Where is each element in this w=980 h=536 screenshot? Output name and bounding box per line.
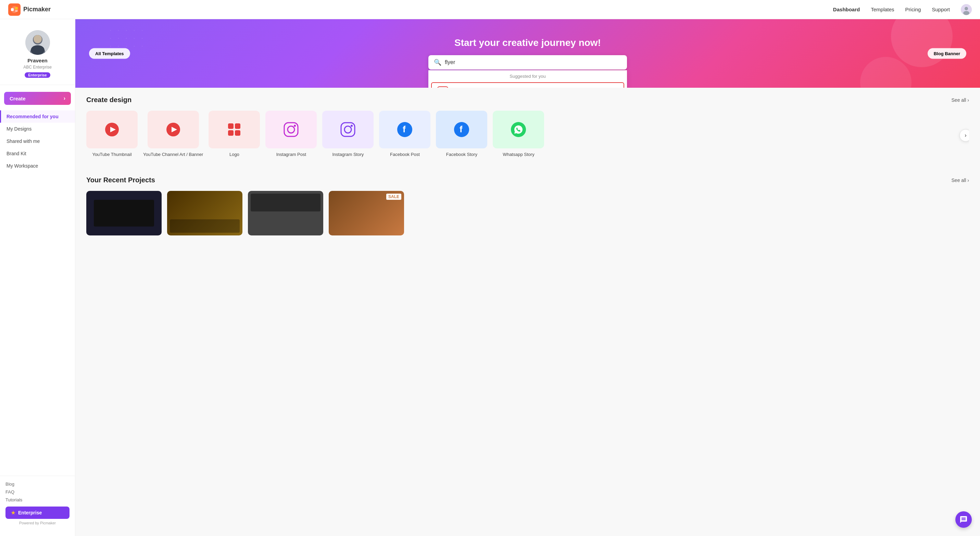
nav-logo: Picmaker [8, 3, 51, 16]
svg-rect-28 [341, 123, 355, 136]
instagram-post-icon [283, 121, 299, 138]
search-suggestion-flyer[interactable]: Flyer 210 x 297 mm [431, 82, 624, 88]
nav-support[interactable]: Support [932, 6, 950, 12]
search-dropdown: Suggested for you [428, 70, 627, 88]
user-avatar-image [25, 30, 50, 55]
sidebar-item-recommended[interactable]: Recommended for you [0, 110, 75, 123]
top-nav: Picmaker Dashboard Templates Pricing Sup… [0, 0, 980, 19]
enterprise-button[interactable]: ★ Enterprise [5, 507, 70, 519]
hero-content: Start your creative journey now! 🔍 Sugge… [428, 37, 627, 70]
star-icon: ★ [11, 510, 16, 515]
recent-projects-title: Your Recent Projects [86, 176, 155, 184]
svg-text:f: f [402, 124, 406, 134]
svg-rect-24 [235, 130, 240, 136]
user-company: ABC Enterprise [23, 65, 52, 70]
create-design-title: Create design [86, 96, 132, 104]
svg-point-29 [344, 126, 351, 133]
sidebar-footer: Blog FAQ Tutorials ★ Enterprise Powered … [0, 476, 75, 531]
svg-rect-21 [228, 123, 234, 129]
facebook-story-icon: f [453, 121, 470, 138]
create-arrow-icon: › [64, 95, 65, 101]
logo-icon [226, 121, 242, 138]
project-cards: SALE [86, 191, 969, 235]
main-layout: Praveen ABC Enterprise Enterprise Create… [0, 19, 980, 536]
app-name: Picmaker [23, 6, 51, 13]
svg-rect-2 [11, 8, 14, 11]
user-badge: Enterprise [25, 72, 50, 78]
svg-point-7 [963, 11, 969, 15]
search-input[interactable] [445, 59, 622, 65]
hero-dots: · · · · ·· · · · ·· · · · · [110, 26, 145, 50]
design-card-insta-post[interactable]: Instagram Post [266, 111, 317, 157]
user-avatar [25, 30, 50, 55]
facebook-post-icon: f [396, 121, 413, 138]
recent-projects-section: Your Recent Projects See all › [75, 168, 980, 244]
footer-faq[interactable]: FAQ [5, 490, 70, 495]
instagram-story-icon [340, 121, 356, 138]
project-card-4[interactable]: SALE [329, 191, 404, 235]
design-card-logo[interactable]: Logo [208, 111, 260, 157]
design-card-fb-post[interactable]: f Facebook Post [379, 111, 430, 157]
svg-point-6 [964, 7, 968, 10]
all-templates-button[interactable]: All Templates [89, 48, 130, 59]
svg-text:f: f [460, 124, 463, 134]
sidebar-footer-links: Blog FAQ Tutorials [5, 482, 70, 502]
nav-pricing[interactable]: Pricing [905, 6, 921, 12]
recent-projects-see-all[interactable]: See all › [951, 177, 969, 183]
create-design-header: Create design See all › [86, 96, 969, 104]
sidebar-nav: Recommended for you My Designs Shared wi… [0, 110, 75, 476]
design-card-whatsapp[interactable]: Whatsapp Story [493, 111, 544, 157]
search-suggested-label: Suggested for you [428, 70, 627, 82]
hero-title: Start your creative journey now! [428, 37, 627, 48]
svg-point-12 [31, 45, 45, 55]
design-card-fb-story[interactable]: f Facebook Story [436, 111, 487, 157]
svg-point-27 [294, 125, 296, 127]
sidebar-item-my-designs[interactable]: My Designs [0, 123, 75, 135]
avatar-icon [961, 4, 972, 15]
create-design-see-all[interactable]: See all › [951, 97, 969, 103]
nav-dashboard[interactable]: Dashboard [833, 6, 860, 12]
svg-rect-23 [228, 130, 234, 136]
design-card-yt-thumb[interactable]: YouTube Thumbnail [86, 111, 138, 157]
nav-right: Dashboard Templates Pricing Support [833, 4, 972, 15]
powered-by: Powered by Picmaker [5, 521, 70, 525]
whatsapp-icon [510, 121, 527, 138]
svg-rect-25 [284, 123, 298, 136]
project-card-2[interactable] [167, 191, 242, 235]
design-card-yt-channel[interactable]: YouTube Channel Art / Banner [143, 111, 203, 157]
footer-tutorials[interactable]: Tutorials [5, 497, 70, 502]
svg-point-26 [288, 126, 294, 133]
sidebar-item-shared[interactable]: Shared with me [0, 135, 75, 147]
create-design-section: Create design See all › [75, 88, 980, 168]
create-button[interactable]: Create › [4, 92, 71, 105]
user-name: Praveen [27, 57, 47, 64]
design-card-insta-story[interactable]: Instagram Story [322, 111, 374, 157]
search-icon: 🔍 [434, 59, 441, 66]
svg-rect-22 [235, 123, 240, 129]
project-card-3[interactable] [248, 191, 323, 235]
footer-blog[interactable]: Blog [5, 482, 70, 487]
app-container: Picmaker Dashboard Templates Pricing Sup… [0, 0, 980, 536]
search-box: 🔍 [428, 55, 627, 70]
sidebar-item-brand-kit[interactable]: Brand Kit [0, 147, 75, 160]
design-cards: YouTube Thumbnail YouTube Channel Art / … [86, 111, 969, 160]
chat-icon [959, 515, 968, 524]
sidebar-user: Praveen ABC Enterprise Enterprise [0, 25, 75, 85]
svg-rect-3 [15, 7, 18, 10]
chat-bubble[interactable] [955, 511, 972, 528]
hero-banner: · · · · ·· · · · ·· · · · · All Template… [75, 19, 980, 88]
svg-point-30 [351, 125, 353, 127]
nav-templates[interactable]: Templates [871, 6, 894, 12]
hero-decoration-1 [891, 19, 953, 67]
search-container: 🔍 Suggested for you [428, 55, 627, 70]
svg-rect-4 [15, 10, 18, 12]
sidebar-item-workspace[interactable]: My Workspace [0, 160, 75, 172]
picmaker-logo-icon [8, 3, 21, 16]
scroll-right-arrow[interactable]: › [959, 129, 969, 142]
sidebar: Praveen ABC Enterprise Enterprise Create… [0, 19, 75, 536]
blog-banner-button[interactable]: Blog Banner [928, 48, 966, 59]
avatar[interactable] [961, 4, 972, 15]
project-card-1[interactable] [86, 191, 162, 235]
youtube-channel-icon [165, 121, 181, 138]
youtube-icon [104, 121, 120, 138]
